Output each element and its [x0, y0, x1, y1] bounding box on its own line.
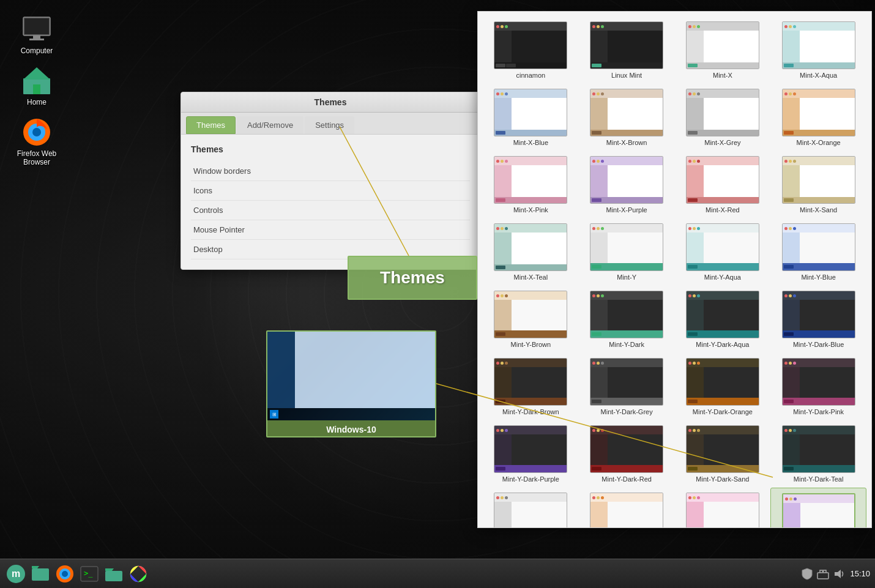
theme-item-mint-x-blue[interactable]: Mint-X-Blue	[483, 84, 579, 151]
desktop-icons: Computer Home Firefox Web Browser	[12, 12, 61, 169]
desktop-icon-computer[interactable]: Computer	[12, 12, 61, 58]
theme-item-mint-y[interactable]: Mint-Y	[579, 218, 675, 286]
mint-y-dark-brown-thumbnail	[494, 358, 567, 406]
linux-mint-thumbnail	[590, 21, 663, 69]
tab-themes[interactable]: Themes	[186, 116, 236, 134]
theme-item-linux-mint[interactable]: Linux Mint	[579, 17, 675, 84]
mint-x-brown-thumbnail	[590, 89, 663, 136]
taskbar-time: 15:10	[850, 569, 870, 578]
theme-item-mint-x-sand[interactable]: Mint-X-Sand	[770, 151, 866, 218]
theme-item-mint-y-brown[interactable]: Mint-Y-Brown	[483, 286, 579, 353]
themes-annotation-box: Themes	[348, 256, 477, 300]
cinnamon-thumbnail	[494, 21, 567, 69]
theme-item-mint-y-pink[interactable]: Mint-Y-Pink	[675, 488, 771, 528]
theme-item-mint-x-brown[interactable]: Mint-X-Brown	[579, 84, 675, 151]
win10-preview-box[interactable]: ⊞ Windows-10	[266, 330, 436, 437]
theme-item-mint-y-dark[interactable]: Mint-Y-Dark	[579, 286, 675, 353]
theme-item-mint-x-aqua[interactable]: Mint-X-Aqua	[770, 17, 866, 84]
theme-picker-panel[interactable]: cinnamon Linux Mint	[477, 11, 872, 528]
mint-x-name: Mint-X	[713, 72, 732, 79]
taskbar-color-picker[interactable]	[127, 563, 149, 585]
mint-x-orange-thumbnail	[782, 89, 855, 136]
mint-y-dark-aqua-thumbnail	[686, 291, 759, 338]
theme-item-mint-y-dark-blue[interactable]: Mint-Y-Dark-Blue	[770, 286, 866, 353]
theme-item-mint-y-purple[interactable]: Mint-Y-Purple	[770, 488, 866, 528]
win10-taskbar: ⊞	[267, 408, 435, 420]
svg-point-18	[62, 571, 68, 577]
theme-item-mint-y-blue[interactable]: Mint-Y-Blue	[770, 218, 866, 286]
theme-item-mint-x[interactable]: Mint-X	[675, 17, 771, 84]
svg-rect-3	[29, 39, 44, 40]
theme-item-mint-y-orange[interactable]: Mint-Y-Orange	[579, 488, 675, 528]
desktop-icon-firefox[interactable]: Firefox Web Browser	[12, 115, 61, 169]
theme-grid: cinnamon Linux Mint	[478, 12, 871, 528]
taskbar-right: 15:10	[801, 568, 870, 580]
mint-y-grey-thumbnail	[494, 493, 567, 528]
mint-y-dark-red-thumbnail	[590, 425, 663, 473]
svg-marker-26	[835, 570, 841, 578]
mint-y-dark-brown-name: Mint-Y-Dark-Brown	[502, 408, 559, 415]
mint-x-sand-name: Mint-X-Sand	[800, 206, 837, 214]
mint-y-purple-thumbnail	[782, 493, 855, 528]
mint-x-red-name: Mint-X-Red	[706, 206, 740, 214]
icons-label: Icons	[193, 186, 267, 195]
theme-item-mint-y-dark-orange[interactable]: Mint-Y-Dark-Orange	[675, 353, 771, 420]
home-icon	[22, 66, 51, 95]
mint-x-teal-thumbnail	[494, 223, 567, 271]
desktop-icon-home[interactable]: Home	[12, 64, 61, 109]
mint-y-brown-thumbnail	[494, 291, 567, 338]
theme-item-mint-x-red[interactable]: Mint-X-Red	[675, 151, 771, 218]
theme-item-mint-x-grey[interactable]: Mint-X-Grey	[675, 84, 771, 151]
taskbar-folder[interactable]	[103, 563, 125, 585]
mint-y-blue-name: Mint-Y-Blue	[801, 274, 835, 281]
mint-y-dark-grey-name: Mint-Y-Dark-Grey	[601, 408, 653, 415]
mint-y-dark-blue-thumbnail	[782, 291, 855, 338]
theme-item-mint-y-aqua[interactable]: Mint-Y-Aqua	[675, 218, 771, 286]
mint-x-aqua-thumbnail	[782, 21, 855, 69]
mint-y-orange-thumbnail	[590, 493, 663, 528]
mint-y-dark-orange-name: Mint-Y-Dark-Orange	[693, 408, 753, 415]
mint-x-thumbnail	[686, 21, 759, 69]
mint-y-dark-purple-thumbnail	[494, 425, 567, 473]
svg-point-25	[822, 570, 824, 572]
theme-item-mint-y-dark-pink[interactable]: Mint-Y-Dark-Pink	[770, 353, 866, 420]
mint-y-blue-thumbnail	[782, 223, 855, 271]
theme-item-cinnamon[interactable]: cinnamon	[483, 17, 579, 84]
themes-annotation-text: Themes	[380, 268, 445, 288]
theme-item-mint-y-dark-purple[interactable]: Mint-Y-Dark-Purple	[483, 420, 579, 488]
svg-marker-15	[32, 566, 39, 568]
tab-settings[interactable]: Settings	[305, 116, 354, 134]
theme-item-mint-y-dark-sand[interactable]: Mint-Y-Dark-Sand	[675, 420, 771, 488]
taskbar-files[interactable]	[29, 563, 51, 585]
mint-y-dark-purple-name: Mint-Y-Dark-Purple	[502, 475, 559, 483]
theme-item-mint-y-dark-grey[interactable]: Mint-Y-Dark-Grey	[579, 353, 675, 420]
mint-y-dark-aqua-name: Mint-Y-Dark-Aqua	[696, 341, 749, 348]
svg-marker-22	[105, 568, 114, 571]
theme-item-mint-x-purple[interactable]: Mint-X-Purple	[579, 151, 675, 218]
theme-item-mint-y-dark-red[interactable]: Mint-Y-Dark-Red	[579, 420, 675, 488]
mint-x-pink-thumbnail	[494, 156, 567, 204]
mint-x-grey-thumbnail	[686, 89, 759, 136]
mint-y-dark-thumbnail	[590, 291, 663, 338]
shield-icon	[801, 568, 813, 580]
taskbar-firefox[interactable]	[54, 563, 76, 585]
theme-row-icons: Icons	[191, 181, 470, 201]
theme-item-mint-x-pink[interactable]: Mint-X-Pink	[483, 151, 579, 218]
mint-y-dark-pink-thumbnail	[782, 358, 855, 406]
theme-item-mint-y-grey[interactable]: Mint-Y-Grey	[483, 488, 579, 528]
taskbar-terminal[interactable]: >_	[78, 563, 100, 585]
mint-y-dark-sand-thumbnail	[686, 425, 759, 473]
theme-row-controls: Controls	[191, 201, 470, 220]
theme-item-mint-x-orange[interactable]: Mint-X-Orange	[770, 84, 866, 151]
taskbar-mint-menu[interactable]: m	[5, 563, 27, 585]
tab-add-remove[interactable]: Add/Remove	[237, 116, 303, 134]
theme-item-mint-y-dark-teal[interactable]: Mint-Y-Dark-Teal	[770, 420, 866, 488]
mint-x-red-thumbnail	[686, 156, 759, 204]
mint-y-aqua-thumbnail	[686, 223, 759, 271]
mint-x-grey-name: Mint-X-Grey	[704, 139, 740, 146]
svg-point-9	[32, 128, 41, 136]
theme-item-mint-y-dark-aqua[interactable]: Mint-Y-Dark-Aqua	[675, 286, 771, 353]
theme-item-mint-y-dark-brown[interactable]: Mint-Y-Dark-Brown	[483, 353, 579, 420]
mint-y-brown-name: Mint-Y-Brown	[511, 341, 551, 348]
theme-item-mint-x-teal[interactable]: Mint-X-Teal	[483, 218, 579, 286]
